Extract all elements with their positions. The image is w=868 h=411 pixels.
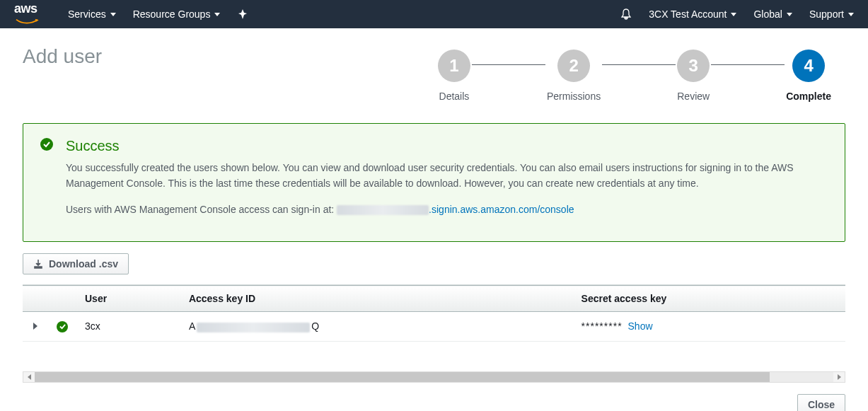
nav-resource-groups-label: Resource Groups (133, 8, 211, 20)
table-header-row: User Access key ID Secret access key (23, 286, 845, 312)
top-nav-right: 3CX Test Account Global Support (620, 8, 854, 20)
col-access-key: Access key ID (180, 286, 573, 312)
header-row: Add user 1 Details 2 Permissions 3 Revie… (23, 45, 845, 102)
alert-icon-col (40, 138, 53, 227)
success-check-icon (40, 138, 53, 151)
row-secret: ********* Show (573, 312, 845, 342)
scroll-left[interactable] (23, 372, 35, 382)
step-connector (711, 64, 785, 65)
nav-account[interactable]: 3CX Test Account (649, 8, 736, 20)
step-number: 1 (438, 50, 470, 82)
footer: Close (23, 394, 845, 411)
step-label: Permissions (547, 91, 601, 102)
row-expand[interactable] (23, 312, 48, 342)
scroll-thumb[interactable] (35, 372, 770, 382)
nav-pin[interactable] (237, 8, 248, 20)
success-check-icon (57, 321, 68, 332)
step-connector (602, 64, 676, 65)
access-key-redacted (197, 323, 310, 332)
col-user: User (76, 286, 180, 312)
nav-region-label: Global (753, 8, 782, 20)
table-row: 3cx AQ ********* Show (23, 312, 845, 342)
nav-account-label: 3CX Test Account (649, 8, 727, 20)
signin-link[interactable]: .signin.aws.amazon.com/console (429, 204, 574, 215)
main-content: Add user 1 Details 2 Permissions 3 Revie… (0, 28, 868, 411)
chevron-down-icon (214, 13, 220, 16)
step-details: 1 Details (438, 50, 470, 102)
col-expand (23, 286, 48, 312)
close-button[interactable]: Close (797, 394, 845, 411)
top-nav: aws Services Resource Groups (0, 0, 868, 28)
nav-services-label: Services (68, 8, 106, 20)
step-complete: 4 Complete (786, 50, 831, 102)
nav-services[interactable]: Services (68, 8, 116, 20)
show-secret-link[interactable]: Show (628, 320, 653, 332)
aws-smile-icon (14, 18, 40, 25)
bell-icon (620, 8, 632, 20)
nav-resource-groups[interactable]: Resource Groups (133, 8, 221, 20)
scroll-track[interactable] (35, 372, 833, 382)
caret-right-icon (33, 323, 37, 330)
chevron-down-icon (848, 13, 854, 16)
access-key-suffix: Q (311, 320, 319, 332)
triangle-left-icon (28, 374, 31, 380)
success-alert: Success You successfully created the use… (23, 123, 845, 242)
page-title: Add user (23, 45, 102, 68)
triangle-right-icon (838, 374, 841, 380)
download-icon (33, 259, 43, 269)
alert-text-2: Users with AWS Management Console access… (66, 202, 828, 217)
signin-prefix: Users with AWS Management Console access… (66, 204, 337, 215)
chevron-down-icon (110, 13, 116, 16)
horizontal-scrollbar[interactable] (23, 371, 845, 383)
alert-title: Success (66, 138, 828, 154)
nav-notifications[interactable] (620, 8, 632, 20)
wizard-steps: 1 Details 2 Permissions 3 Review 4 Compl… (438, 50, 831, 102)
nav-region[interactable]: Global (753, 8, 792, 20)
step-review: 3 Review (677, 50, 710, 102)
step-number: 4 (792, 50, 825, 82)
col-status (48, 286, 76, 312)
step-label: Complete (786, 91, 831, 102)
step-label: Details (439, 91, 470, 102)
chevron-down-icon (787, 13, 792, 16)
pin-icon (237, 8, 248, 20)
access-key-prefix: A (189, 320, 195, 332)
step-connector (472, 64, 545, 65)
row-access-key: AQ (180, 312, 573, 342)
scroll-right[interactable] (833, 372, 845, 382)
step-label: Review (677, 91, 710, 102)
users-table: User Access key ID Secret access key 3cx (23, 285, 845, 342)
alert-text-1: You successfully created the users shown… (66, 160, 828, 192)
nav-support-label: Support (809, 8, 844, 20)
nav-support[interactable]: Support (809, 8, 854, 20)
step-number: 2 (557, 50, 590, 82)
row-user: 3cx (76, 312, 180, 342)
download-csv-label: Download .csv (49, 258, 118, 270)
download-csv-button[interactable]: Download .csv (23, 253, 129, 274)
step-permissions: 2 Permissions (547, 50, 601, 102)
col-secret: Secret access key (573, 286, 845, 312)
top-nav-left: aws Services Resource Groups (14, 1, 248, 28)
alert-body: Success You successfully created the use… (66, 138, 828, 227)
aws-logo[interactable]: aws (14, 1, 40, 28)
secret-mask: ********* (581, 320, 623, 332)
users-table-wrap: User Access key ID Secret access key 3cx (23, 284, 845, 342)
close-label: Close (808, 399, 835, 410)
row-status (48, 312, 76, 342)
signin-redacted (337, 205, 429, 215)
chevron-down-icon (731, 13, 736, 16)
step-number: 3 (677, 50, 710, 82)
